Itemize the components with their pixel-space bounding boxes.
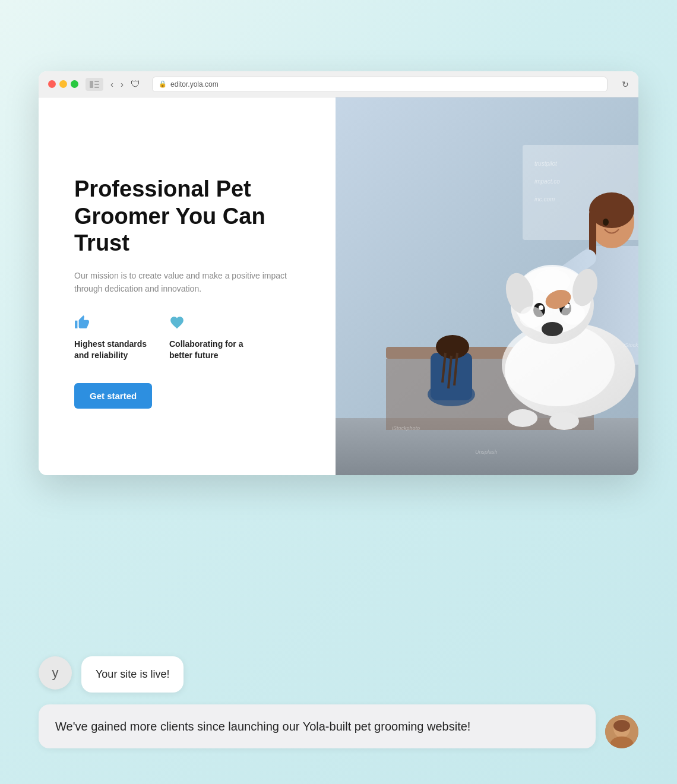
svg-point-30 bbox=[542, 322, 563, 336]
system-bubble-text: Your site is live! bbox=[96, 668, 169, 680]
feature-standards-label: Highest standards and reliability bbox=[74, 339, 151, 362]
svg-rect-1 bbox=[94, 81, 99, 82]
browser-chrome: ‹ › 🛡 🔒 editor.yola.com ↻ bbox=[39, 71, 638, 97]
forward-button[interactable]: › bbox=[121, 79, 124, 89]
lock-icon: 🔒 bbox=[159, 80, 167, 88]
hero-description: Our mission is to create value and make … bbox=[74, 269, 306, 296]
svg-point-38 bbox=[508, 409, 537, 427]
svg-point-36 bbox=[561, 304, 585, 325]
svg-text:Unsplash: Unsplash bbox=[475, 449, 498, 455]
minimize-button[interactable] bbox=[59, 80, 67, 88]
get-started-button[interactable]: Get started bbox=[74, 383, 152, 409]
browser-content: Professional Pet Groomer You Can Trust O… bbox=[39, 97, 638, 475]
features-row: Highest standards and reliability Collab… bbox=[74, 315, 306, 362]
svg-point-35 bbox=[520, 306, 543, 328]
svg-point-39 bbox=[549, 412, 579, 430]
thumbs-up-icon bbox=[74, 315, 151, 334]
user-message-row: We've gained more clients since launchin… bbox=[39, 704, 638, 748]
svg-point-15 bbox=[436, 335, 469, 359]
shield-icon: 🛡 bbox=[131, 79, 140, 90]
svg-text:iStockphoto: iStockphoto bbox=[392, 425, 420, 431]
user-bubble-text: We've gained more clients since launchin… bbox=[55, 720, 470, 733]
feature-collaborate: Collaborating for a better future bbox=[169, 315, 246, 362]
maximize-button[interactable] bbox=[71, 80, 78, 88]
svg-rect-0 bbox=[90, 81, 93, 88]
user-bubble: We've gained more clients since launchin… bbox=[39, 704, 596, 748]
reload-button[interactable]: ↻ bbox=[622, 80, 629, 89]
sidebar-toggle[interactable] bbox=[86, 78, 103, 91]
hero-title: Professional Pet Groomer You Can Trust bbox=[74, 176, 306, 257]
yola-avatar-letter: y bbox=[52, 665, 59, 681]
svg-rect-2 bbox=[94, 84, 99, 85]
address-bar[interactable]: 🔒 editor.yola.com bbox=[152, 77, 608, 92]
feature-collaborate-label: Collaborating for a better future bbox=[169, 339, 246, 362]
browser-window: ‹ › 🛡 🔒 editor.yola.com ↻ Professional P… bbox=[39, 71, 638, 475]
yola-avatar: y bbox=[39, 656, 72, 690]
svg-point-23 bbox=[603, 219, 609, 226]
hero-image: trustpilot impact.co inc.com bbox=[336, 97, 638, 475]
feature-standards: Highest standards and reliability bbox=[74, 315, 151, 362]
svg-point-37 bbox=[534, 270, 570, 293]
system-message-row: y Your site is live! bbox=[39, 656, 638, 693]
traffic-lights bbox=[48, 80, 78, 88]
right-panel: trustpilot impact.co inc.com bbox=[336, 97, 638, 475]
back-button[interactable]: ‹ bbox=[110, 79, 113, 89]
url-text: editor.yola.com bbox=[170, 80, 219, 88]
svg-text:impact.co: impact.co bbox=[534, 178, 560, 185]
close-button[interactable] bbox=[48, 80, 56, 88]
svg-text:trustpilot: trustpilot bbox=[534, 160, 558, 167]
left-panel: Professional Pet Groomer You Can Trust O… bbox=[39, 97, 336, 475]
system-bubble: Your site is live! bbox=[81, 656, 184, 693]
svg-text:iStockphoto: iStockphoto bbox=[624, 342, 638, 348]
svg-text:inc.com: inc.com bbox=[534, 196, 555, 203]
heart-icon bbox=[169, 315, 246, 334]
user-avatar bbox=[605, 715, 638, 748]
svg-point-47 bbox=[613, 720, 630, 732]
svg-rect-3 bbox=[94, 87, 99, 88]
chat-area: y Your site is live! We've gained more c… bbox=[39, 656, 638, 748]
